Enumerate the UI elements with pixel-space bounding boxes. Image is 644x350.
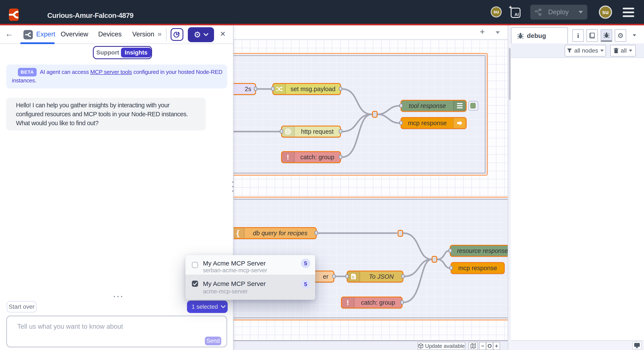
user-menu-avatar[interactable]: su [599,6,612,19]
zoom-reset-button[interactable]: O [486,342,492,350]
map-icon [470,343,476,349]
resize-handle-dots[interactable] [114,296,122,297]
canvas-vertical-scrollbar[interactable] [508,25,511,350]
bug-icon [603,32,610,38]
flow-list-caret[interactable] [496,31,500,34]
trash-icon [614,48,618,54]
node-catch-group-2[interactable]: ! catch: group [341,296,402,308]
flow-canvas[interactable]: + [234,25,508,350]
settings-panel-button[interactable]: ⚙ [614,29,626,42]
tab-version[interactable]: Version [132,30,154,38]
tab-debug[interactable]: debug [511,27,568,44]
mcp-server-option-2[interactable]: My Acme MCP Server 5 acme-mcp-server [186,275,315,300]
toggle-insights[interactable]: Insights [121,48,151,58]
checkbox-checked[interactable] [192,280,198,287]
debug-panel-button[interactable] [600,29,612,42]
add-flow-icon[interactable]: + [480,27,485,36]
sidebar-overflow-caret[interactable] [633,34,636,36]
scrollbar-thumb[interactable] [509,48,511,100]
port-out[interactable] [339,87,342,91]
deploy-button[interactable]: Deploy [530,5,587,20]
debug-enable-toggle[interactable] [468,101,478,111]
app: Curious-Amur-Falcon-4879 su ✦ AI Deploy … [0,0,644,350]
node-catch-group-1[interactable]: ! catch: group [281,151,341,163]
start-over-button[interactable]: Start over [6,301,37,312]
mcp-server-tools-link[interactable]: MCP server tools [90,69,132,75]
port-in[interactable] [280,129,283,134]
node-debug-tool-response[interactable]: tool response [400,100,466,112]
node-debug-resource-response[interactable]: resource response [450,245,508,257]
node-http-request[interactable]: http request [281,126,341,138]
selected-servers-button[interactable]: 1 selected [187,300,228,313]
node-inject-2s[interactable]: 2s [234,83,256,95]
wire-junction-a[interactable] [398,230,403,237]
active-tab-underline [20,42,54,44]
brace-icon: { [234,228,244,238]
toggle-support[interactable]: Support [94,47,122,58]
node-to-json[interactable]: {} To JSON [347,270,403,282]
bug-icon [517,32,524,39]
port-out[interactable] [332,274,336,278]
tab-overview[interactable]: Overview [61,30,88,38]
monitor-icon [634,343,640,348]
panel-resize-dots[interactable] [232,182,234,195]
close-panel-icon[interactable]: × [220,29,226,39]
mcp-server-option-1[interactable]: My Acme MCP Server 5 serban-acme-mcp-ser… [186,255,315,275]
wire-junction-1[interactable] [372,111,378,118]
change-icon [273,84,286,94]
zoom-controls[interactable]: − O + [479,342,500,350]
open-window-button[interactable] [632,342,642,350]
port-out[interactable] [339,129,342,134]
tabs-overflow-icon[interactable]: » [158,30,162,38]
port-out[interactable] [401,274,405,278]
port-in[interactable] [271,87,274,91]
pie-chart-icon [173,31,181,38]
flowfuse-logo-icon[interactable] [9,8,19,21]
debug-icon [453,101,466,111]
avatar-small[interactable]: su [491,6,502,18]
usage-chart-button[interactable] [170,28,183,41]
catch-icon: ! [342,298,354,308]
book-icon [589,32,595,38]
right-sidebar: debug i ⚙ all nodes all [511,25,644,350]
svg-text:{}: {} [352,275,354,279]
port-out[interactable] [339,155,342,159]
port-out[interactable] [254,87,257,91]
port-in[interactable] [399,104,403,108]
update-available-button[interactable]: Update available [418,342,465,350]
settings-dropdown-button[interactable]: ⚙ [188,27,214,42]
port-out[interactable] [314,231,318,235]
ai-assistant-icon[interactable]: AI [511,8,520,18]
node-change-set-msg-payload[interactable]: set msg.payload [272,83,341,95]
chat-input[interactable]: Tell us what you want to know about Send [6,316,227,348]
zoom-out-button[interactable]: − [480,342,486,350]
tab-expert[interactable]: Expert [36,30,55,38]
wire-junction-b[interactable] [432,256,437,263]
help-panel-button[interactable] [586,29,598,42]
assistant-panel: ← Expert Overview Devices Version » ⚙ × … [0,25,234,350]
filter-nodes-button[interactable]: all nodes [564,45,606,57]
port-in[interactable] [346,274,349,278]
node-linkout-mcp-response-1[interactable]: mcp response [400,117,466,129]
clear-debug-button[interactable]: all [610,45,636,57]
main-menu-icon[interactable] [623,8,634,17]
panel-tabbar: ← Expert Overview Devices Version » ⚙ × [0,25,233,44]
node-db-query[interactable]: { db query for recipes [234,227,317,239]
beta-badge: BETA [18,68,37,76]
port-out[interactable] [400,300,404,304]
port-in[interactable] [448,248,452,253]
checkbox-unchecked[interactable] [192,262,198,268]
zoom-in-button[interactable]: + [493,342,500,350]
deploy-options-caret[interactable] [578,11,583,14]
back-arrow-icon[interactable]: ← [5,29,13,38]
port-in[interactable] [399,121,403,125]
port-in[interactable] [449,266,453,270]
tab-devices[interactable]: Devices [98,30,122,38]
info-panel-button[interactable]: i [572,29,584,42]
catch-icon: ! [282,152,294,162]
chat-placeholder: Tell us what you want to know about [17,323,123,330]
node-linkout-mcp-response-2[interactable]: mcp response [451,262,505,274]
send-button[interactable]: Send [205,336,221,345]
minimap-button[interactable] [468,342,478,350]
sidebar-footer [511,340,644,350]
